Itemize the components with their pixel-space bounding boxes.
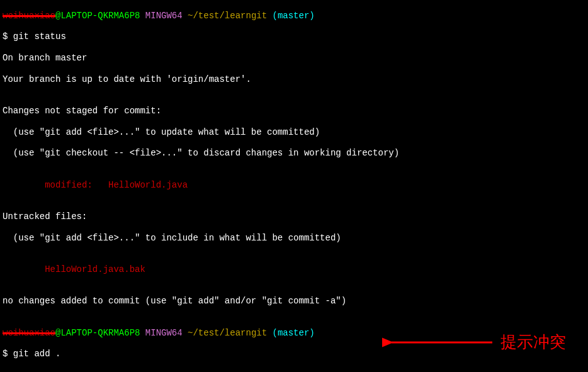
cwd-path: ~/test/learngit [188,328,267,338]
prompt-symbol: $ [3,349,13,359]
git-branch: (master) [273,11,315,21]
shell-env: MINGW64 [145,11,183,21]
hostname: @LAPTOP-QKRMA6P8 [55,11,140,21]
untracked-file: HelloWorld.java.bak [3,264,585,275]
output-line: (use "git checkout -- <file>..." to disc… [3,148,585,159]
hostname: @LAPTOP-QKRMA6P8 [55,328,140,338]
command-text: git add . [13,349,61,359]
output-line: no changes added to commit (use "git add… [3,296,585,307]
shell-env: MINGW64 [145,328,183,338]
annotation-text: 提示冲突 [500,332,566,352]
terminal[interactable]: weihuaxiao@LAPTOP-QKRMA6P8 MINGW64 ~/tes… [0,0,588,372]
prompt-line: weihuaxiao@LAPTOP-QKRMA6P8 MINGW64 ~/tes… [3,11,585,21]
username-redacted: weihuaxiao [3,11,55,21]
modified-file: modified: HelloWorld.java [3,180,585,191]
command-text: git status [13,31,66,42]
git-branch: (master) [273,328,315,338]
output-line: Changes not staged for commit: [3,106,585,116]
output-line: On branch master [3,53,585,64]
annotation-callout: 提示冲突 [382,332,566,352]
output-line: Your branch is up to date with 'origin/m… [3,74,585,85]
output-line: (use "git add <file>..." to update what … [3,127,585,138]
arrow-icon [382,333,495,352]
username-redacted: weihuaxiao [3,328,55,338]
prompt-symbol: $ [3,31,13,42]
cwd-path: ~/test/learngit [188,11,267,21]
output-line: Untracked files: [3,211,585,222]
output-line: (use "git add <file>..." to include in w… [3,233,585,244]
command-line: $ git status [3,31,585,42]
